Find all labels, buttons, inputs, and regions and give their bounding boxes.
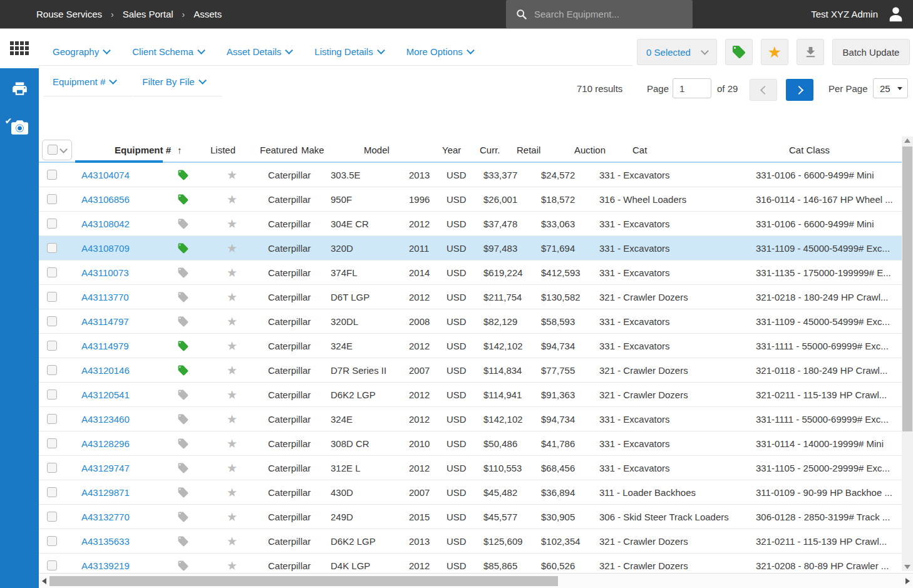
row-checkbox[interactable] <box>47 365 57 375</box>
breadcrumb-assets[interactable]: Assets <box>193 9 222 19</box>
feature-button[interactable]: ★ <box>761 39 788 65</box>
cell-cat: 321 - Crawler Dozers <box>595 389 751 400</box>
vertical-scrollbar[interactable] <box>902 137 913 571</box>
row-checkbox[interactable] <box>47 341 57 351</box>
row-checkbox[interactable] <box>47 292 57 302</box>
row-checkbox[interactable] <box>47 560 57 570</box>
equipment-link[interactable]: A43120541 <box>81 389 130 400</box>
table-row[interactable]: A43104074 ★ Caterpillar 303.5E 2013 USD … <box>39 163 902 187</box>
table-row[interactable]: A43120146 ★ Caterpillar D7R Series II 20… <box>39 358 902 383</box>
equipment-link[interactable]: A43120146 <box>81 365 130 376</box>
batch-update-button[interactable]: Batch Update <box>832 39 910 65</box>
equipment-link[interactable]: A43106856 <box>81 194 130 205</box>
filter-listing-details[interactable]: Listing Details <box>314 46 383 57</box>
horizontal-scrollbar[interactable] <box>39 573 913 588</box>
row-checkbox[interactable] <box>47 316 57 326</box>
row-checkbox[interactable] <box>47 170 57 180</box>
row-checkbox[interactable] <box>47 219 57 229</box>
table-row[interactable]: A43120541 ★ Caterpillar D6K2 LGP 2012 US… <box>39 383 902 407</box>
horizontal-scroll-thumb[interactable] <box>49 576 558 586</box>
tag-button[interactable] <box>725 39 753 65</box>
search-input[interactable] <box>533 8 679 20</box>
user-avatar-icon[interactable] <box>886 4 905 26</box>
filter-geography[interactable]: Geography <box>53 46 110 57</box>
row-checkbox[interactable] <box>47 389 57 400</box>
row-checkbox[interactable] <box>47 414 57 424</box>
table-row[interactable]: A43114797 ★ Caterpillar 320DL 2008 USD $… <box>39 309 902 334</box>
equipment-link[interactable]: A43135633 <box>81 536 130 547</box>
table-row[interactable]: A43135633 ★ Caterpillar D6K2 LGP 2013 US… <box>39 529 902 554</box>
equipment-link[interactable]: A43108042 <box>81 219 130 229</box>
select-all-control[interactable] <box>42 140 72 160</box>
filter-asset-details[interactable]: Asset Details <box>227 46 292 57</box>
scroll-down-icon[interactable] <box>904 565 910 569</box>
equipment-link[interactable]: A43132770 <box>81 512 130 522</box>
vertical-scroll-thumb[interactable] <box>902 147 912 431</box>
download-button[interactable] <box>797 39 824 65</box>
column-header-auction[interactable]: Auction <box>570 145 628 155</box>
page-number-input[interactable] <box>673 78 711 98</box>
row-checkbox[interactable] <box>47 243 57 253</box>
row-checkbox[interactable] <box>47 463 57 473</box>
sidebar-item-assets-table[interactable] <box>0 28 39 68</box>
column-header-cat[interactable]: Cat <box>628 145 785 155</box>
table-row[interactable]: A43123460 ★ Caterpillar 324E 2012 USD $1… <box>39 407 902 431</box>
row-checkbox[interactable] <box>47 536 57 546</box>
row-checkbox[interactable] <box>47 512 57 522</box>
column-header-equipment[interactable]: Equipment # ↑ <box>72 145 200 155</box>
equipment-link[interactable]: A43123460 <box>81 414 130 425</box>
equipment-link[interactable]: A43108709 <box>81 243 130 254</box>
equipment-search[interactable] <box>506 0 693 28</box>
column-header-make[interactable]: Make <box>297 145 360 155</box>
table-row[interactable]: A43106856 ★ Caterpillar 950F 1996 USD $2… <box>39 187 902 212</box>
equipment-link[interactable]: A43139219 <box>81 560 130 571</box>
filter-equipment-number[interactable]: Equipment # <box>53 76 116 87</box>
table-row[interactable]: A43108042 ★ Caterpillar 304E CR 2012 USD… <box>39 212 902 236</box>
breadcrumb-rouse-services[interactable]: Rouse Services <box>36 9 102 19</box>
per-page-select[interactable]: 25 <box>873 78 908 98</box>
previous-page-button[interactable] <box>750 79 777 101</box>
equipment-link[interactable]: A43110073 <box>81 267 129 278</box>
scroll-up-icon[interactable] <box>904 138 910 143</box>
table-row[interactable]: A43129871 ★ Caterpillar 430D 2007 USD $4… <box>39 480 902 505</box>
column-header-model[interactable]: Model <box>360 145 438 155</box>
column-header-listed[interactable]: Listed <box>200 145 244 155</box>
table-row[interactable]: A43113770 ★ Caterpillar D6T LGP 2012 USD… <box>39 285 902 309</box>
filter-more-options[interactable]: More Options <box>406 46 473 57</box>
equipment-link[interactable]: A43104074 <box>81 170 130 180</box>
table-row[interactable]: A43132770 ★ Caterpillar 249D 2015 USD $4… <box>39 505 902 529</box>
equipment-link[interactable]: A43114797 <box>81 316 129 327</box>
cell-year: 2008 <box>405 316 441 327</box>
cell-year: 2012 <box>405 414 441 425</box>
cell-auction: $412,593 <box>537 267 595 278</box>
column-header-featured[interactable]: Featured <box>244 145 297 155</box>
equipment-link[interactable]: A43114979 <box>81 341 129 351</box>
equipment-link[interactable]: A43128296 <box>81 438 130 449</box>
column-header-curr[interactable]: Curr. <box>475 145 512 155</box>
equipment-link[interactable]: A43129871 <box>81 487 130 498</box>
column-header-cat-class[interactable]: Cat Class <box>785 145 902 155</box>
next-page-button[interactable] <box>786 79 813 101</box>
filter-client-schema[interactable]: Client Schema <box>132 46 204 57</box>
sidebar-item-photos[interactable]: ✔ <box>0 108 39 148</box>
column-header-retail[interactable]: Retail <box>512 145 570 155</box>
sidebar-item-print[interactable] <box>0 68 39 108</box>
equipment-link[interactable]: A43113770 <box>81 292 129 302</box>
table-row[interactable]: A43108709 ★ Caterpillar 320D 2011 USD $9… <box>39 236 902 260</box>
scroll-right-icon[interactable] <box>905 578 910 584</box>
row-checkbox[interactable] <box>47 487 57 497</box>
selected-dropdown[interactable]: 0 Selected <box>637 39 717 65</box>
table-row[interactable]: A43110073 ★ Caterpillar 374FL 2014 USD $… <box>39 260 902 285</box>
equipment-link[interactable]: A43129747 <box>81 463 130 473</box>
row-checkbox[interactable] <box>47 438 57 448</box>
table-row[interactable]: A43129747 ★ Caterpillar 312E L 2012 USD … <box>39 456 902 480</box>
row-checkbox[interactable] <box>47 194 57 204</box>
row-checkbox[interactable] <box>47 267 57 277</box>
table-row[interactable]: A43128296 ★ Caterpillar 308D CR 2010 USD… <box>39 431 902 456</box>
scroll-left-icon[interactable] <box>42 578 46 584</box>
table-row[interactable]: A43114979 ★ Caterpillar 324E 2012 USD $1… <box>39 334 902 358</box>
filter-by-file[interactable]: Filter By File <box>142 76 205 87</box>
column-header-year[interactable]: Year <box>438 145 475 155</box>
breadcrumb-sales-portal[interactable]: Sales Portal <box>123 9 173 19</box>
select-all-checkbox[interactable] <box>48 145 58 155</box>
